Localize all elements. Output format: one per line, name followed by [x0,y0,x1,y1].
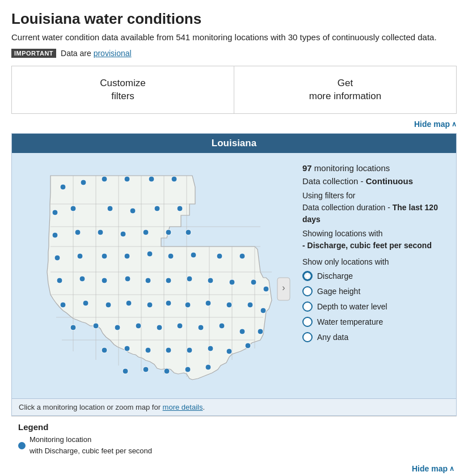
svg-point-20 [124,176,130,182]
legend-title: Legend [18,422,450,432]
svg-point-72 [177,323,183,329]
radio-discharge-circle[interactable] [302,271,313,281]
svg-point-30 [75,230,81,235]
svg-point-75 [239,329,245,334]
svg-point-18 [81,180,86,185]
hide-map-top-link[interactable]: Hide map [414,120,457,129]
radio-discharge-label: Discharge [317,271,353,280]
svg-point-68 [93,323,99,329]
showing-value: - Discharge, cubic feet per second [302,241,432,250]
svg-point-34 [166,230,171,235]
svg-point-41 [168,253,174,259]
svg-point-83 [226,348,232,354]
svg-point-55 [263,286,269,292]
svg-point-82 [208,346,213,351]
svg-point-88 [185,367,191,372]
get-more-information-button[interactable]: Getmore information [234,66,456,114]
provisional-link[interactable]: provisional [94,49,132,58]
monitoring-count-text: 97 monitoring locations Data collection … [302,162,448,188]
svg-point-89 [205,364,211,370]
svg-point-26 [130,208,136,214]
svg-point-79 [145,347,151,353]
svg-point-25 [107,206,113,211]
svg-point-44 [239,253,245,259]
svg-point-59 [126,300,132,306]
radio-gage-height-circle[interactable] [302,286,313,296]
radio-depth-water[interactable]: Depth to water level [302,301,448,312]
hide-map-bottom-link[interactable]: Hide map [412,464,454,473]
radio-water-temp-circle[interactable] [302,317,313,327]
svg-point-80 [166,347,171,353]
important-text: Data are provisional [61,49,132,58]
data-collection-label: Data collection - [302,176,366,186]
svg-point-56 [60,302,66,308]
svg-point-22 [171,176,177,182]
svg-point-39 [124,253,130,259]
action-buttons-row: Customizefilters Getmore information [11,66,457,114]
legend-section: Legend Monitoring location with Discharg… [11,416,457,461]
important-row: IMPORTANT Data are provisional [11,49,457,58]
hide-map-top-row: Hide map [11,120,457,129]
data-collection-value: Continuous [366,176,413,186]
svg-point-70 [136,323,141,329]
page-description: Current water condition data available f… [11,31,442,44]
svg-point-37 [77,253,83,259]
svg-point-17 [60,184,66,190]
duration-label: Data collection duration - [302,203,393,212]
legend-item-text: Monitoring location with Discharge, cubi… [29,434,152,456]
svg-point-64 [226,302,232,308]
svg-point-76 [258,329,263,334]
legend-item-label: Monitoring location [29,435,91,444]
svg-point-67 [70,325,76,330]
svg-point-66 [260,308,266,313]
svg-point-47 [102,278,107,283]
svg-point-62 [185,302,191,308]
customize-filters-button[interactable]: Customizefilters [12,66,234,114]
svg-point-19 [102,176,107,182]
svg-point-63 [205,300,211,306]
svg-point-77 [102,347,107,353]
more-details-link[interactable]: more details [163,403,203,411]
svg-point-87 [164,368,170,374]
important-badge: IMPORTANT [11,49,56,58]
svg-point-73 [198,325,204,330]
svg-point-74 [219,323,225,329]
map-image-area[interactable]: › [16,159,294,393]
svg-point-85 [123,368,128,374]
svg-point-53 [229,279,235,285]
svg-point-33 [143,230,149,235]
svg-point-50 [166,278,171,283]
showing-info-text: Showing locations with - Discharge, cubi… [302,228,448,252]
svg-point-58 [106,302,111,308]
svg-point-27 [154,206,160,211]
svg-point-78 [124,346,130,351]
svg-point-32 [120,231,126,237]
legend-monitoring-dot [18,442,26,449]
radio-water-temp[interactable]: Water temperature [302,317,448,327]
svg-point-35 [185,230,191,235]
legend-item-sublabel: with Discharge, cubic feet per second [29,447,152,455]
using-filters-label: Using filters for [302,191,355,200]
radio-gage-height-label: Gage height [317,287,360,296]
svg-point-31 [98,230,103,235]
bottom-hide-row: Hide map [11,461,457,475]
radio-depth-water-circle[interactable] [302,301,313,312]
svg-point-21 [149,176,154,182]
map-body: › 97 monitoring locations Data collectio… [12,153,456,398]
svg-point-57 [83,300,88,306]
svg-point-84 [245,343,251,348]
radio-discharge[interactable]: Discharge [302,271,448,281]
radio-any-data[interactable]: Any data [302,332,448,342]
radio-gage-height[interactable]: Gage height [302,286,448,296]
count-number: 97 [302,163,312,173]
radio-any-data-circle[interactable] [302,332,313,342]
radio-any-data-label: Any data [317,333,348,342]
svg-point-28 [177,206,183,211]
louisiana-map-svg[interactable]: › [16,159,294,391]
showing-label: Showing locations with [302,229,383,238]
show-only-label: Show only locations with [302,257,448,266]
page-container: Louisiana water conditions Current water… [0,0,468,476]
svg-point-46 [79,276,85,282]
svg-point-48 [125,276,130,282]
svg-point-60 [147,302,153,308]
